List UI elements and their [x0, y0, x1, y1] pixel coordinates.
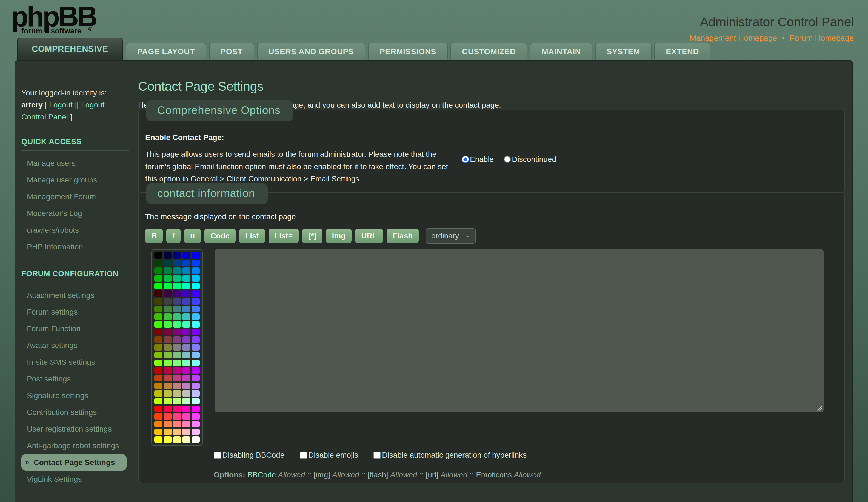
color-swatch-400000[interactable]	[154, 290, 163, 297]
color-swatch-804000[interactable]	[154, 337, 163, 343]
color-swatch-00bfff[interactable]	[192, 275, 200, 282]
color-swatch-000040[interactable]	[164, 252, 172, 259]
color-swatch-00bf40[interactable]	[164, 275, 172, 282]
sidebar-item-signature-settings[interactable]: Signature settings	[21, 387, 129, 404]
bbcode-code-button[interactable]: Code	[204, 229, 236, 243]
color-swatch-808080[interactable]	[173, 344, 181, 351]
sidebar-item-forum-settings[interactable]: Forum settings	[21, 304, 129, 320]
color-swatch-bf80ff[interactable]	[192, 382, 200, 389]
bbcode-flash-button[interactable]: Flash	[386, 229, 418, 243]
color-swatch-80ff00[interactable]	[154, 359, 163, 366]
color-swatch-ffffff[interactable]	[192, 436, 200, 443]
color-swatch-800080[interactable]	[173, 329, 181, 335]
color-swatch-00bfbf[interactable]	[182, 275, 190, 282]
color-swatch-bf8000[interactable]	[154, 382, 163, 389]
color-swatch-00bf00[interactable]	[154, 275, 163, 282]
color-swatch-ff0000[interactable]	[154, 406, 163, 412]
sidebar-item-in-site-sms-settings[interactable]: In-site SMS settings	[21, 354, 129, 370]
color-swatch-ff0080[interactable]	[173, 406, 181, 412]
color-swatch-004080[interactable]	[173, 260, 181, 266]
bbcode--button[interactable]: [*]	[302, 229, 322, 243]
color-swatch-ffbfff[interactable]	[192, 429, 200, 435]
color-swatch-008080[interactable]	[173, 267, 181, 274]
sidebar-item-management-forum[interactable]: Management Forum	[21, 188, 129, 205]
bbcode-b-button[interactable]: B	[145, 229, 163, 243]
sidebar-item-contact-page-settings[interactable]: »Contact Page Settings	[21, 454, 127, 471]
color-swatch-00ff00[interactable]	[154, 283, 163, 289]
color-swatch-ff00bf[interactable]	[182, 406, 190, 412]
checkbox-option-disable-emojis[interactable]: Disable emojis	[300, 451, 358, 460]
color-swatch-80bf40[interactable]	[164, 352, 172, 358]
color-swatch-ffbfbf[interactable]	[182, 429, 190, 435]
color-swatch-808040[interactable]	[164, 344, 172, 351]
tab-customized[interactable]: CUSTOMIZED	[451, 43, 527, 60]
bbcode-list-button[interactable]: List=	[269, 229, 299, 243]
color-swatch-4080bf[interactable]	[182, 306, 190, 313]
color-swatch-8040ff[interactable]	[192, 337, 200, 343]
color-swatch-400040[interactable]	[164, 290, 172, 297]
bbcode-u-button[interactable]: u	[184, 229, 201, 243]
color-swatch-4040ff[interactable]	[192, 298, 200, 305]
color-swatch-004000[interactable]	[154, 260, 163, 266]
color-swatch-ff4080[interactable]	[173, 413, 181, 420]
color-swatch-00ff40[interactable]	[164, 283, 172, 289]
color-swatch-008040[interactable]	[164, 267, 172, 274]
sidebar-item-anti-garbage-robot-settings[interactable]: Anti-garbage robot settings	[21, 437, 129, 454]
tab-users-and-groups[interactable]: USERS AND GROUPS	[257, 43, 365, 60]
color-swatch-ffff80[interactable]	[173, 436, 181, 443]
checkbox-icon[interactable]	[300, 452, 307, 459]
color-swatch-404080[interactable]	[173, 298, 181, 305]
color-swatch-bfff40[interactable]	[164, 398, 172, 404]
color-swatch-8080ff[interactable]	[192, 344, 200, 351]
color-swatch-bfbfff[interactable]	[192, 390, 200, 397]
color-swatch-408000[interactable]	[154, 306, 163, 313]
textarea-resize-handle[interactable]	[816, 404, 822, 411]
color-swatch-4040bf[interactable]	[182, 298, 190, 305]
sidebar-item-forum-function[interactable]: Forum Function	[21, 320, 129, 337]
sidebar-item-crawlers-robots[interactable]: crawlers/robots	[21, 222, 129, 238]
color-swatch-408040[interactable]	[164, 306, 172, 313]
color-swatch-ffff00[interactable]	[154, 436, 163, 443]
color-swatch-40bf40[interactable]	[164, 314, 172, 320]
color-swatch-ff4040[interactable]	[164, 413, 172, 420]
color-swatch-bfbf00[interactable]	[154, 390, 163, 397]
radio-option-discontinued[interactable]: Discontinued	[504, 134, 556, 185]
color-swatch-bf8080[interactable]	[173, 382, 181, 389]
color-swatch-0080bf[interactable]	[182, 267, 190, 274]
color-swatch-80bf80[interactable]	[173, 352, 181, 358]
tab-page-layout[interactable]: PAGE LAYOUT	[126, 43, 206, 60]
sidebar-item-manage-user-groups[interactable]: Manage user groups	[21, 172, 129, 188]
color-swatch-0040bf[interactable]	[182, 260, 190, 266]
color-swatch-ff4000[interactable]	[154, 413, 163, 420]
color-swatch-bfbf80[interactable]	[173, 390, 181, 397]
color-swatch-80bf00[interactable]	[154, 352, 163, 358]
color-swatch-bf4000[interactable]	[154, 375, 163, 381]
color-swatch-40ffff[interactable]	[192, 321, 200, 328]
tab-extend[interactable]: EXTEND	[654, 43, 711, 60]
color-swatch-ff8040[interactable]	[164, 421, 172, 428]
sidebar-item-manage-users[interactable]: Manage users	[21, 155, 129, 172]
sidebar-item-moderator-s-log[interactable]: Moderator's Log	[21, 205, 129, 222]
color-swatch-ff40bf[interactable]	[182, 413, 190, 420]
contact-message-textarea[interactable]	[215, 249, 824, 412]
color-swatch-ffbf80[interactable]	[173, 429, 181, 435]
sidebar-item-user-registration-settings[interactable]: User registration settings	[21, 421, 129, 437]
color-swatch-80ff40[interactable]	[164, 359, 172, 366]
bbcode-i-button[interactable]: i	[166, 229, 180, 243]
tab-post[interactable]: POST	[209, 43, 254, 60]
color-swatch-800040[interactable]	[164, 329, 172, 335]
color-swatch-bf00ff[interactable]	[192, 367, 200, 374]
color-swatch-804080[interactable]	[173, 337, 181, 343]
color-swatch-bf80bf[interactable]	[182, 382, 190, 389]
color-swatch-00bf80[interactable]	[173, 275, 181, 282]
tab-permissions[interactable]: PERMISSIONS	[368, 43, 448, 60]
color-swatch-40bf00[interactable]	[154, 314, 163, 320]
checkbox-option-disable-automatic-generation-of-hyperlinks[interactable]: Disable automatic generation of hyperlin…	[373, 451, 527, 460]
color-swatch-ff00ff[interactable]	[192, 406, 200, 412]
color-swatch-8000bf[interactable]	[182, 329, 190, 335]
color-swatch-bf8040[interactable]	[164, 382, 172, 389]
color-swatch-ff8000[interactable]	[154, 421, 163, 428]
color-swatch-bf0080[interactable]	[173, 367, 181, 374]
color-swatch-40bfbf[interactable]	[182, 314, 190, 320]
color-swatch-80ff80[interactable]	[173, 359, 181, 366]
